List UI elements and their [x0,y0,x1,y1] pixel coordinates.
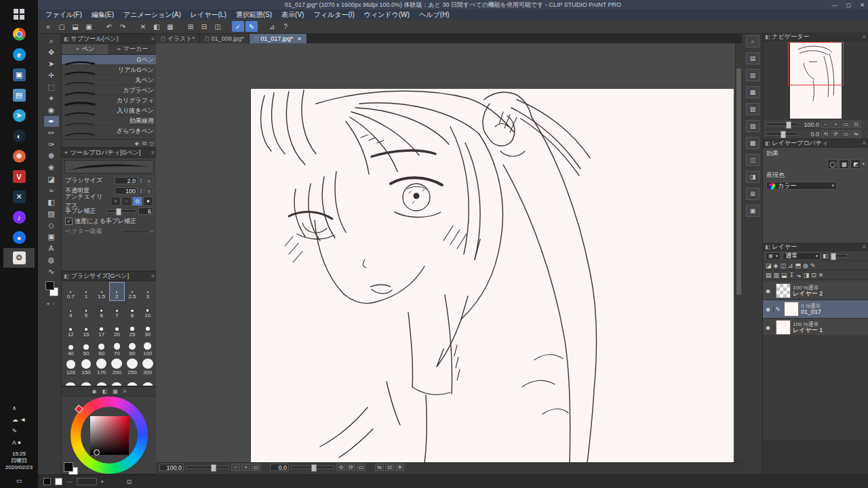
taskbar-icon-pinned-app-3[interactable]: ❋ [3,146,35,166]
subtool-item[interactable]: 効果線用 [62,116,157,126]
navigator-header[interactable]: ◧ ナビゲーター ≡ [763,33,868,42]
taskbar-icon-pinned-app-1[interactable]: ▣ [3,65,35,85]
close-button[interactable]: ✕ [860,2,865,8]
effect-more-icon[interactable]: ▾ [862,161,865,167]
balloon-tool[interactable]: ◍ [44,254,59,265]
brush-size-cell[interactable]: 6 [94,301,109,320]
layer-opacity-slider[interactable] [830,254,848,258]
brush-size-cell[interactable]: 1.5 [94,282,109,301]
layer-property-header[interactable]: ◧ レイヤープロパティ ≡ [763,139,868,148]
tool-property-header[interactable]: ✦ ツールプロパティ[Gペン] ≡ [62,148,157,158]
title-bar[interactable]: 01_017.jpg* (1070 x 1600px 96dpi 100.0%)… [38,0,868,9]
reference-layer-icon[interactable]: ◍ [803,262,808,269]
new-raster-layer-icon[interactable]: ▤ [766,272,772,279]
brush-size-cell[interactable]: 50 [79,339,94,358]
side-launcher-3[interactable]: ▦ [746,86,760,98]
subtool-item[interactable]: カブラペン [62,85,157,96]
layer-visibility-icon[interactable]: ◉ [763,325,774,331]
toolbar-undo[interactable]: ↶ [103,21,115,32]
vertical-scrollbar[interactable] [735,43,742,462]
toolbar-edit-vector[interactable]: ✎ [245,21,258,32]
taskbar-icon-voice-app[interactable]: V [3,167,35,186]
menu-selection[interactable]: 選択範囲(S) [231,9,277,20]
transfer-down-icon[interactable]: ↧ [789,272,795,279]
panel-menu-icon[interactable]: ≡ [151,36,155,42]
brush-size-cell[interactable]: 7 [109,301,125,320]
brush-size-cell[interactable] [140,377,155,386]
brush-size-cell[interactable]: 3 [140,282,155,301]
taskbar-icon-steam[interactable]: ◐ [3,126,35,146]
brush-size-cell[interactable] [94,377,109,386]
subtool-item[interactable]: 入り抜きペン [62,106,157,116]
layer-panel-header[interactable]: ◧ レイヤー ≡ [763,243,868,252]
menu-edit[interactable]: 編集(E) [87,9,119,20]
add-subtool-icon[interactable]: ✚ [134,141,139,147]
bottom-main-color-chip[interactable] [43,478,51,485]
scrollbar-thumb[interactable] [736,68,741,295]
menu-help[interactable]: ヘルプ(H) [414,9,454,20]
subtool-item[interactable]: ざらつきペン [62,126,157,136]
menu-layer[interactable]: レイヤー(L) [186,9,231,20]
maximize-button[interactable]: ▢ [846,2,852,8]
subtool-tab-マーカー[interactable]: ✒マーカー [109,44,157,54]
panel-menu-icon[interactable]: ≡ [863,140,866,146]
create-mask-icon[interactable]: ◨ [804,272,810,279]
reset-rotation-icon[interactable]: ▭ [357,464,366,471]
nav-zoom-in-icon[interactable]: + [831,121,840,128]
toolbar-delete[interactable]: ✕ [137,21,149,32]
toolbar-save-file[interactable]: ▣ [83,21,95,32]
side-launcher-10[interactable]: ▣ [746,205,760,217]
taskbar-icon-start[interactable] [3,4,35,24]
brush-size-cell[interactable] [63,377,79,386]
zoom-out-icon[interactable]: − [231,464,240,471]
taskbar-icon-telegram[interactable]: ➤ [3,106,35,125]
taskbar-icon-music-app[interactable]: ♪ [3,207,35,227]
opacity-source-icon[interactable]: ◎ [144,186,153,195]
brush-size-cell[interactable]: 70 [109,339,125,358]
nav-reset-icon[interactable]: ▭ [842,130,850,138]
fill-tool[interactable]: ◧ [44,197,59,207]
delete-layer-icon[interactable]: ✕ [818,272,824,279]
nav-actual-size-icon[interactable]: ⊡ [852,121,861,128]
delete-subtool-icon[interactable]: ▽ [150,141,154,147]
taskbar-icon-pinned-app-5[interactable]: ● [3,228,35,247]
lock-transparent-icon[interactable]: ◪ [766,262,772,269]
brush-size-cell[interactable]: 0.7 [63,282,79,301]
toolbar-snap-to-ruler[interactable]: ⊞ [184,21,197,32]
toolbar-snap-to-special-ruler[interactable]: ⊟ [198,21,210,32]
taskbar-icon-pinned-app-4[interactable]: ✕ [3,187,35,207]
canvas-tab[interactable]: ▢01_017.jpg*✕ [250,34,307,43]
canvas-viewport[interactable] [156,43,736,462]
taskbar-icon-edge[interactable]: e [3,45,35,64]
brush-size-cell[interactable]: 1 [79,282,94,301]
brush-size-cell[interactable]: 200 [109,358,125,377]
show-desktop-button[interactable]: ▭ [16,474,22,486]
fit-to-screen-icon[interactable]: ▭ [252,464,260,471]
tray-ime-icons[interactable]: A ● [12,436,26,448]
merge-down-icon[interactable]: ⬎ [796,272,802,279]
side-launcher-7[interactable]: ◫ [746,154,760,166]
nav-fit-icon[interactable]: ▭ [842,121,850,128]
nav-rotate-left-icon[interactable]: ⟲ [821,130,830,138]
rotation-value[interactable]: 0.0 [270,464,289,471]
text-tool[interactable]: A [44,243,59,253]
panel-menu-icon[interactable]: ≡ [863,34,866,40]
decoration-tool[interactable]: ❀ [44,162,59,173]
layer-row[interactable]: ◉100 %通常レイヤー 2 [763,282,868,300]
brush-tool[interactable]: ✑ [44,139,59,150]
side-launcher-8[interactable]: ◨ [746,171,760,183]
canvas-artwork[interactable] [251,89,734,462]
duplicate-subtool-icon[interactable]: ⧉ [142,140,146,147]
antialias-option-0[interactable]: ○ [111,197,121,206]
brush-size-cell[interactable]: 12 [63,320,79,339]
airbrush-tool[interactable]: ❆ [44,150,59,161]
side-launcher-4[interactable]: ▧ [746,103,760,115]
toolbar-new-canvas[interactable]: ▢ [56,21,68,32]
brush-size-cell[interactable]: 150 [79,358,94,377]
panel-menu-icon[interactable]: ≡ [151,273,155,279]
layer-filter-select[interactable]: ▦▾ [766,252,781,260]
navigator-rotation-slider[interactable] [766,132,798,136]
brush-size-cell[interactable]: 17 [94,320,109,339]
bottom-sub-color-chip[interactable] [55,478,62,485]
subtool-item[interactable]: カリグラフィ [62,96,157,106]
